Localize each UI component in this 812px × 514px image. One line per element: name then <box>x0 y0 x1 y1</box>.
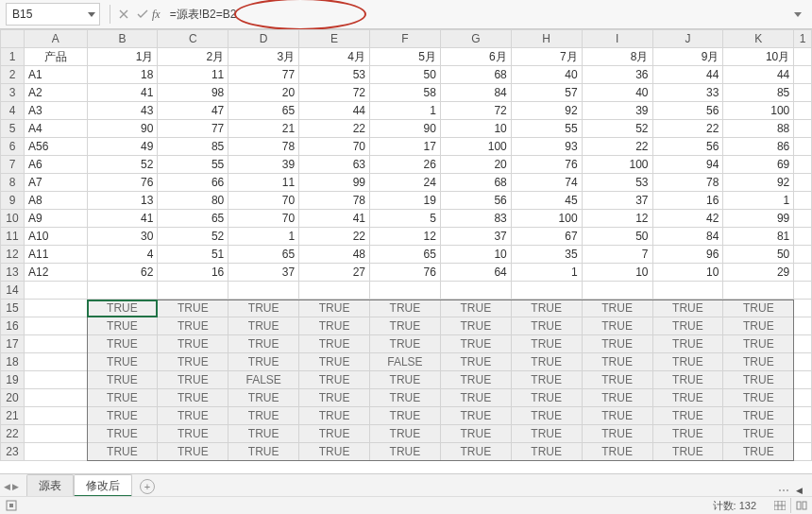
row-header[interactable]: 11 <box>1 228 25 246</box>
cell[interactable]: 36 <box>582 66 652 84</box>
cell[interactable]: 70 <box>228 192 299 210</box>
cell[interactable]: TRUE <box>87 353 158 371</box>
cell[interactable]: 29 <box>723 264 794 282</box>
cell[interactable]: A10 <box>24 228 87 246</box>
row-header[interactable]: 19 <box>1 371 25 389</box>
cell[interactable]: TRUE <box>723 425 794 443</box>
cell[interactable]: TRUE <box>87 317 158 335</box>
cell[interactable]: TRUE <box>440 317 511 335</box>
cell[interactable]: TRUE <box>582 300 652 317</box>
col-header[interactable]: I <box>582 30 652 48</box>
cell[interactable] <box>24 443 87 461</box>
cell[interactable]: 1 <box>228 228 299 246</box>
cell[interactable]: TRUE <box>228 443 299 461</box>
cell[interactable]: 5月 <box>370 48 441 66</box>
cell[interactable]: 76 <box>370 264 441 282</box>
page-layout-view-button[interactable] <box>790 498 812 513</box>
cell[interactable]: TRUE <box>652 335 723 353</box>
cell[interactable]: TRUE <box>440 425 511 443</box>
cell[interactable] <box>370 282 441 300</box>
cell[interactable] <box>794 425 812 443</box>
select-all-corner[interactable] <box>1 30 25 48</box>
cell[interactable] <box>24 317 87 335</box>
cell[interactable]: 24 <box>370 174 441 192</box>
cell[interactable]: 1月 <box>87 48 158 66</box>
cell[interactable]: 77 <box>158 120 228 138</box>
cell[interactable]: 10 <box>582 264 652 282</box>
cell[interactable]: 86 <box>723 138 794 156</box>
cell[interactable] <box>87 282 158 300</box>
cell[interactable]: 18 <box>87 66 158 84</box>
row-header[interactable]: 4 <box>1 102 25 120</box>
cell[interactable]: TRUE <box>652 425 723 443</box>
cell[interactable]: 30 <box>87 228 158 246</box>
cell[interactable] <box>794 389 812 407</box>
cell[interactable] <box>794 246 812 264</box>
cell[interactable]: 10 <box>440 246 511 264</box>
cell[interactable]: 27 <box>299 264 370 282</box>
col-header[interactable]: F <box>370 30 441 48</box>
cell[interactable]: 48 <box>299 246 370 264</box>
cell[interactable]: TRUE <box>299 353 370 371</box>
cell[interactable] <box>794 192 812 210</box>
cell[interactable]: 83 <box>440 210 511 228</box>
cell[interactable]: 76 <box>87 174 158 192</box>
cell[interactable]: TRUE <box>158 443 228 461</box>
cell[interactable]: 40 <box>582 84 652 102</box>
cell[interactable]: 41 <box>87 84 158 102</box>
cell[interactable] <box>24 300 87 317</box>
cell[interactable]: 16 <box>652 192 723 210</box>
cell[interactable]: TRUE <box>158 389 228 407</box>
cell[interactable]: 20 <box>228 84 299 102</box>
cell[interactable]: 22 <box>299 120 370 138</box>
cell[interactable]: 6月 <box>440 48 511 66</box>
tab-nav-prev-icon[interactable]: ◀ <box>4 482 10 491</box>
row-header[interactable]: 20 <box>1 389 25 407</box>
cell[interactable]: TRUE <box>87 335 158 353</box>
cell[interactable] <box>794 120 812 138</box>
cell[interactable]: 68 <box>440 174 511 192</box>
cell[interactable] <box>794 443 812 461</box>
cell[interactable]: TRUE <box>370 335 441 353</box>
cell[interactable]: TRUE <box>582 335 652 353</box>
cell[interactable] <box>440 282 511 300</box>
col-header[interactable]: G <box>440 30 511 48</box>
cell[interactable] <box>794 371 812 389</box>
sheet-tab[interactable]: 源表 <box>26 474 74 498</box>
cell[interactable] <box>24 335 87 353</box>
cell[interactable]: TRUE <box>158 335 228 353</box>
cell[interactable]: 78 <box>652 174 723 192</box>
row-header[interactable]: 1 <box>1 48 25 66</box>
cell[interactable]: 37 <box>228 264 299 282</box>
cell[interactable]: TRUE <box>723 371 794 389</box>
cell[interactable] <box>794 335 812 353</box>
cell[interactable]: 74 <box>511 174 582 192</box>
cell[interactable]: 84 <box>652 228 723 246</box>
cell[interactable]: 56 <box>652 138 723 156</box>
cell[interactable]: A2 <box>24 84 87 102</box>
scroll-left-icon[interactable]: ◀ <box>796 486 803 495</box>
cell[interactable]: 64 <box>440 264 511 282</box>
worksheet-grid[interactable]: A B C D E F G H I J K 1 1产品1月2月3月4月5月6月7… <box>0 29 812 461</box>
cell[interactable] <box>794 174 812 192</box>
cell[interactable]: 45 <box>511 192 582 210</box>
cell[interactable]: 100 <box>723 102 794 120</box>
cell[interactable]: TRUE <box>228 407 299 425</box>
cell[interactable]: 62 <box>87 264 158 282</box>
cell[interactable]: FALSE <box>228 371 299 389</box>
cell[interactable]: 78 <box>228 138 299 156</box>
cell[interactable]: 26 <box>370 156 441 174</box>
cell[interactable]: TRUE <box>87 407 158 425</box>
cell[interactable]: TRUE <box>511 317 582 335</box>
col-header[interactable]: B <box>87 30 158 48</box>
cell[interactable]: TRUE <box>582 371 652 389</box>
cell[interactable]: TRUE <box>158 353 228 371</box>
cell[interactable]: 72 <box>299 84 370 102</box>
row-header[interactable]: 21 <box>1 407 25 425</box>
row-header[interactable]: 14 <box>1 282 25 300</box>
cell[interactable]: TRUE <box>370 443 441 461</box>
cell[interactable]: 10 <box>440 120 511 138</box>
cell[interactable]: 22 <box>652 120 723 138</box>
add-sheet-button[interactable]: + <box>136 476 159 497</box>
cell[interactable]: A9 <box>24 210 87 228</box>
